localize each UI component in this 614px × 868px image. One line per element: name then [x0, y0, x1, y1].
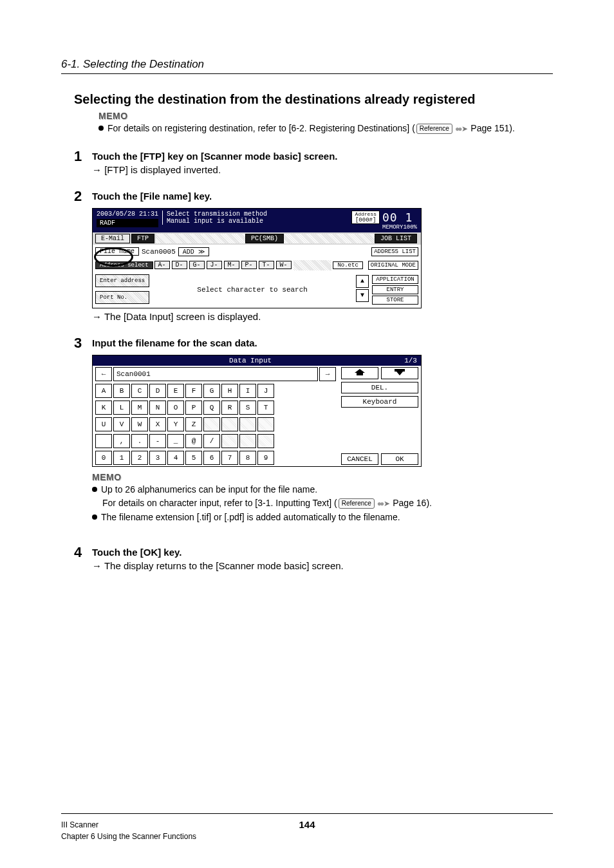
step-number: 4: [74, 545, 92, 560]
memo-label: MEMO: [92, 472, 553, 482]
key-a[interactable]: A: [95, 384, 112, 398]
application-button[interactable]: APPLICATION: [372, 275, 418, 284]
memo2-line1: Up to 26 alphanumerics can be input for …: [101, 484, 317, 495]
key-e[interactable]: E: [167, 384, 184, 398]
page-title: Selecting the destination from the desti…: [74, 92, 553, 107]
key-blank: [257, 417, 274, 431]
key-f[interactable]: F: [185, 384, 202, 398]
nav-left-button[interactable]: ←: [95, 367, 112, 381]
key-at[interactable]: @: [185, 434, 202, 448]
address-list-button[interactable]: ADDRESS LIST: [371, 247, 418, 256]
key-t[interactable]: T: [257, 401, 274, 415]
key-j[interactable]: J: [257, 384, 274, 398]
index-m[interactable]: M-: [224, 261, 239, 269]
index-p[interactable]: P-: [241, 261, 257, 269]
ok-button[interactable]: OK: [381, 453, 418, 465]
key-7[interactable]: 7: [221, 451, 238, 465]
key-slash[interactable]: /: [203, 434, 220, 448]
nav-right-button[interactable]: →: [319, 367, 336, 381]
key-g[interactable]: G: [203, 384, 220, 398]
key-b[interactable]: B: [113, 384, 130, 398]
add-button[interactable]: ADD ≫: [178, 247, 209, 256]
key-d[interactable]: D: [149, 384, 166, 398]
key-i[interactable]: I: [239, 384, 256, 398]
keyboard-button[interactable]: Keyboard: [341, 396, 418, 408]
file-name-button[interactable]: File name: [95, 247, 139, 256]
key-6[interactable]: 6: [203, 451, 220, 465]
key-comma[interactable]: ,: [113, 434, 130, 448]
step-1: 1 Touch the [FTP] key on [Scanner mode b…: [74, 149, 553, 175]
index-a[interactable]: A-: [154, 261, 170, 269]
step-note: → The [Data Input] screen is displayed.: [92, 311, 553, 322]
index-d[interactable]: D-: [172, 261, 187, 269]
key-n[interactable]: N: [149, 401, 166, 415]
key-9[interactable]: 9: [257, 451, 274, 465]
key-blank: [239, 417, 256, 431]
key-k[interactable]: K: [95, 401, 112, 415]
data-input-screen: Data Input 1/3 ← Scan0001 → A B C: [92, 355, 422, 467]
key-8[interactable]: 8: [239, 451, 256, 465]
key-y[interactable]: Y: [167, 417, 184, 431]
key-3[interactable]: 3: [149, 451, 166, 465]
key-q[interactable]: Q: [203, 401, 220, 415]
scroll-down-button[interactable]: ▼: [356, 289, 369, 302]
index-t[interactable]: T-: [259, 261, 274, 269]
tab-pcsmb[interactable]: PC(SMB): [245, 234, 284, 243]
store-button[interactable]: STORE: [372, 296, 418, 305]
key-blank: [257, 434, 274, 448]
scanner-basic-screen: 2003/05/28 21:31 RADF Select transmissio…: [92, 208, 422, 308]
key-o[interactable]: O: [167, 401, 184, 415]
home-button[interactable]: [341, 367, 378, 379]
key-m[interactable]: M: [131, 401, 148, 415]
tab-email[interactable]: E-Mail: [95, 234, 130, 243]
search-hint: Select character to search: [152, 274, 353, 305]
key-period[interactable]: .: [131, 434, 148, 448]
arrow-icon: ➤: [384, 499, 390, 508]
enter-address-button[interactable]: Enter address: [95, 274, 149, 287]
entry-button[interactable]: ENTRY: [372, 285, 418, 294]
index-j[interactable]: J-: [207, 261, 222, 269]
end-button[interactable]: [381, 367, 418, 379]
step-number: 2: [74, 189, 92, 203]
memo-item: The filename extension [.tif] or [.pdf] …: [92, 511, 553, 524]
key-hyphen[interactable]: -: [149, 434, 166, 448]
scroll-up-button[interactable]: ▲: [356, 275, 369, 288]
key-space[interactable]: [95, 434, 112, 448]
address-select-button[interactable]: Address select: [95, 261, 153, 269]
step-title: Touch the [FTP] key on [Scanner mode bas…: [92, 151, 553, 162]
joblist-button[interactable]: JOB LIST: [375, 234, 417, 243]
step-4: 4 Touch the [OK] key. → The display retu…: [74, 545, 553, 571]
key-0[interactable]: 0: [95, 451, 112, 465]
end-icon: [395, 369, 405, 375]
key-p[interactable]: P: [185, 401, 202, 415]
key-4[interactable]: 4: [167, 451, 184, 465]
key-blank: [239, 434, 256, 448]
key-v[interactable]: V: [113, 417, 130, 431]
filename-input[interactable]: Scan0001: [113, 367, 318, 381]
delete-button[interactable]: DEL.: [341, 382, 418, 393]
key-z[interactable]: Z: [185, 417, 202, 431]
memo-text: For details on registering destination, …: [107, 123, 415, 133]
key-l[interactable]: L: [113, 401, 130, 415]
key-x[interactable]: X: [149, 417, 166, 431]
key-underscore[interactable]: _: [167, 434, 184, 448]
key-h[interactable]: H: [221, 384, 238, 398]
index-w[interactable]: W-: [276, 261, 292, 269]
key-5[interactable]: 5: [185, 451, 202, 465]
step-note-text: [FTP] is displayed inverted.: [102, 164, 221, 175]
port-no-button[interactable]: Port No.: [95, 291, 149, 304]
tab-ftp[interactable]: FTP: [131, 234, 154, 243]
key-u[interactable]: U: [95, 417, 112, 431]
datetime-label: 2003/05/28 21:31: [97, 211, 158, 218]
key-r[interactable]: R: [221, 401, 238, 415]
key-s[interactable]: S: [239, 401, 256, 415]
key-w[interactable]: W: [131, 417, 148, 431]
cancel-button[interactable]: CANCEL: [341, 453, 378, 465]
footer-chapter: Chapter 6 Using the Scanner Functions: [61, 831, 553, 842]
key-2[interactable]: 2: [131, 451, 148, 465]
key-1[interactable]: 1: [113, 451, 130, 465]
index-g[interactable]: G-: [189, 261, 205, 269]
original-mode-button[interactable]: ORIGINAL MODE: [368, 261, 418, 270]
key-c[interactable]: C: [131, 384, 148, 398]
no-etc-button[interactable]: No.etc: [333, 261, 362, 269]
